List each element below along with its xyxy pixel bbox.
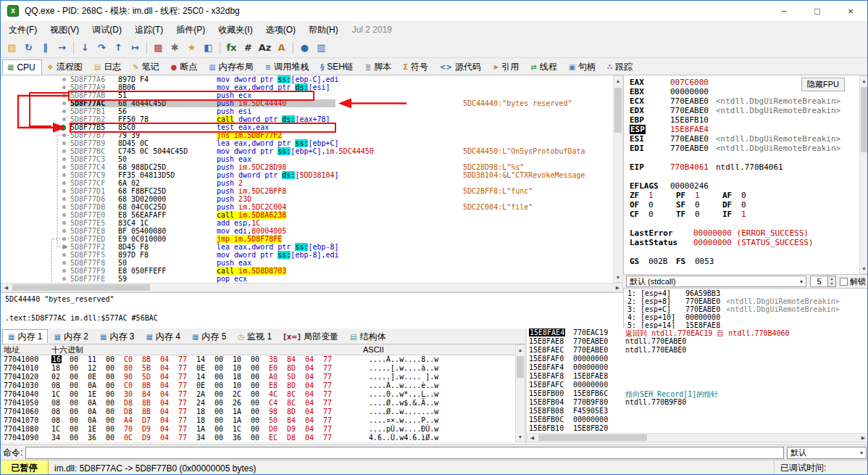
- execute-till-return-button[interactable]: ↑: [110, 40, 127, 56]
- stack-row[interactable]: 15E8FB0015E8FB6C指向SEH_Record[1]的指针: [527, 389, 868, 398]
- breakpoint-gutter[interactable]: [1, 139, 70, 147]
- stack-row[interactable]: 15E8FAFC00000000: [527, 381, 868, 389]
- disasm-row[interactable]: 5D8F77CF6A 02push 2: [1, 179, 613, 187]
- menu-item[interactable]: 帮助(H): [302, 22, 345, 38]
- menu-item[interactable]: 插件(P): [170, 22, 212, 38]
- highlight-button[interactable]: A: [273, 40, 290, 56]
- memory-row[interactable]: 7704102002000E00905D047714001800A05D0477…: [1, 373, 515, 381]
- disassembly-pane[interactable]: 5D8F77A6897D F4mov dword ptr ss:[ebp-C],…: [1, 75, 613, 283]
- run-to-user-code-button[interactable]: ↦: [127, 40, 143, 56]
- scroll-up-icon[interactable]: ▲: [516, 345, 525, 355]
- open-file-button[interactable]: ▨: [4, 40, 20, 56]
- argument-row[interactable]: 5:[esp+14]15E8FAE8: [624, 321, 868, 329]
- tab-struct[interactable]: ▤结构体: [344, 329, 391, 344]
- register-row[interactable]: ECX770EABE0<ntdll.DbgUiRemoteBreakin>: [624, 96, 859, 106]
- scrollbar-track[interactable]: [614, 86, 622, 273]
- breakpoint-gutter[interactable]: [1, 275, 70, 283]
- disasm-row[interactable]: 5D8F77D668 3D020000push 23D: [1, 195, 613, 203]
- scrollbar-thumb[interactable]: [12, 284, 150, 291]
- register-row[interactable]: LastError00000000 (ERROR_SUCCESS): [624, 228, 859, 238]
- close-button[interactable]: ×: [834, 1, 867, 21]
- scroll-left-icon[interactable]: ◀: [1, 284, 11, 292]
- pause-button[interactable]: ‖: [37, 40, 54, 56]
- stepper-up-icon[interactable]: ▲: [828, 276, 835, 281]
- flag-pair[interactable]: TF0: [676, 210, 722, 219]
- memory-row[interactable]: 7704101018001200805B04770E001000E08D0477…: [1, 364, 515, 373]
- scrollbar-thumb[interactable]: [517, 356, 524, 378]
- memory-row[interactable]: 7704105008000A00D88B047724002600C48C0477…: [1, 399, 515, 408]
- flag-pair[interactable]: SF0: [676, 200, 722, 210]
- stack-row[interactable]: 15E8FB04770B9F80ntdll.770B9F80: [527, 398, 868, 407]
- tab-notes[interactable]: ✎笔记: [128, 59, 165, 75]
- registers-pane[interactable]: EAX007C6000EBX00000000ECX770EABE0<ntdll.…: [623, 75, 859, 274]
- disasm-row[interactable]: 5D8F77FE59pop ecx: [1, 275, 613, 283]
- scrollbar-thumb[interactable]: [538, 434, 647, 441]
- step-over-button[interactable]: ↷: [93, 40, 110, 56]
- flag-pair[interactable]: GS002B: [630, 257, 676, 266]
- scroll-up-icon[interactable]: ▲: [860, 76, 868, 86]
- disasm-row[interactable]: 5D8F77A98B06mov eax,dword ptr ds:[esi]: [1, 83, 613, 91]
- stepper-down-icon[interactable]: ▼: [828, 281, 835, 286]
- memory-row[interactable]: 7704103008000A00C08B04770E001000E88D0477…: [1, 381, 515, 390]
- register-row[interactable]: ESI770EABE0<ntdll.DbgUiRemoteBreakin>: [624, 134, 859, 144]
- menu-item[interactable]: 文件(F): [2, 22, 43, 38]
- stack-pane[interactable]: 15E8FAE4770EAC19返回到 ntdll.770EAC19 自 ntd…: [527, 329, 868, 433]
- breakpoint-gutter[interactable]: [1, 187, 70, 195]
- memory-row[interactable]: 770410801C001E0070D904771A001C00D0D90477…: [1, 425, 515, 434]
- scroll-right-icon[interactable]: ▶: [859, 434, 868, 442]
- argument-row[interactable]: 3:[esp+C]770EABE0<ntdll.DbgUiRemoteBreak…: [624, 305, 868, 313]
- arguments-pane[interactable]: 1:[esp+4]96A59BB32:[esp+8]770EABE0<ntdll…: [623, 289, 868, 329]
- breakpoint-gutter[interactable]: [1, 235, 70, 243]
- disasm-row[interactable]: 5D8F77E583C4 1Cadd esp,1C: [1, 219, 613, 227]
- register-row[interactable]: EIP770B4061ntdll.770B4061: [624, 162, 859, 172]
- tab-dump-4[interactable]: ▦内存 4: [140, 329, 185, 344]
- breakpoint-gutter[interactable]: [1, 147, 70, 155]
- disasm-row[interactable]: 5D8F77B98D45 0Clea eax,dword ptr ss:[ebp…: [1, 139, 613, 147]
- disasm-row[interactable]: 5D8F77B156push esi: [1, 107, 613, 115]
- unlock-checkbox[interactable]: [840, 278, 848, 286]
- stack-row[interactable]: 15E8FAE4770EAC19返回到 ntdll.770EAC19 自 ntd…: [527, 329, 868, 337]
- tab-symbols[interactable]: Σ符号: [398, 59, 435, 75]
- tab-locals[interactable]: [x=]局部变量: [277, 329, 344, 344]
- scroll-up-icon[interactable]: ▲: [614, 76, 622, 86]
- scroll-down-icon[interactable]: ▼: [860, 264, 868, 273]
- argument-count-stepper[interactable]: 5 ▲ ▼: [810, 276, 836, 287]
- argument-row[interactable]: 1:[esp+4]96A59BB3: [624, 289, 868, 297]
- disasm-row[interactable]: 5D8F77AC68 4044C45Dpush im.5DC444405DC44…: [1, 99, 613, 107]
- memory-row[interactable]: 7704106008000A00D88B047718001A00988D0477…: [1, 408, 515, 416]
- disasm-row[interactable]: 5D8F77DB68 04C0C25Dpush im.5DC2C0045DC2C…: [1, 203, 613, 211]
- tab-threads[interactable]: ⇄线程: [525, 59, 563, 75]
- argument-row[interactable]: 4:[esp+10]00000000: [624, 313, 868, 321]
- tab-dump-2[interactable]: ▦内存 2: [48, 329, 93, 344]
- command-profile-dropdown[interactable]: 默认 ▾: [787, 447, 867, 459]
- breakpoint-gutter[interactable]: [1, 243, 70, 251]
- stack-row[interactable]: 15E8FAF400000000: [527, 363, 868, 372]
- font-button[interactable]: Az: [256, 40, 273, 56]
- breakpoint-gutter[interactable]: [1, 227, 70, 235]
- memory-row[interactable]: 7704107008000A00A4D7047718001A0050840477…: [1, 416, 515, 425]
- register-row[interactable]: EDX770EABE0<ntdll.DbgUiRemoteBreakin>: [624, 106, 859, 115]
- tab-call-stack[interactable]: ≡调用堆栈: [260, 59, 315, 75]
- flag-pair[interactable]: ZF1: [630, 191, 676, 200]
- tab-log[interactable]: ▤日志: [89, 59, 128, 75]
- hide-fpu-button[interactable]: 隐藏FPU: [801, 78, 845, 91]
- disasm-row[interactable]: 5D8F77E8BF 05400080mov edi,80004005: [1, 227, 613, 235]
- maximize-button[interactable]: □: [801, 1, 834, 21]
- scrollbar-track[interactable]: [537, 434, 859, 442]
- menu-item[interactable]: 选项(O): [259, 22, 302, 38]
- breakpoint-gutter[interactable]: [1, 131, 70, 139]
- tab-source[interactable]: <>源代码: [435, 59, 488, 75]
- disassembly-vertical-scrollbar[interactable]: ▲ ▼: [613, 75, 623, 283]
- step-into-button[interactable]: ↓: [77, 40, 93, 56]
- breakpoint-gutter[interactable]: [1, 107, 70, 115]
- breakpoint-gutter[interactable]: [1, 259, 70, 267]
- flag-pair[interactable]: AF0: [722, 191, 769, 200]
- tab-trace[interactable]: ∴跟踪: [602, 59, 639, 75]
- flag-pair[interactable]: IF1: [722, 210, 769, 219]
- breakpoint-gutter[interactable]: [1, 267, 70, 275]
- menu-item[interactable]: 追踪(T): [128, 22, 170, 38]
- disasm-row[interactable]: 5D8F77A6897D F4mov dword ptr ss:[ebp-C],…: [1, 75, 613, 83]
- flag-pair[interactable]: OF0: [630, 200, 676, 210]
- breakpoint-gutter[interactable]: [1, 195, 70, 203]
- breakpoint-gutter[interactable]: [1, 91, 70, 99]
